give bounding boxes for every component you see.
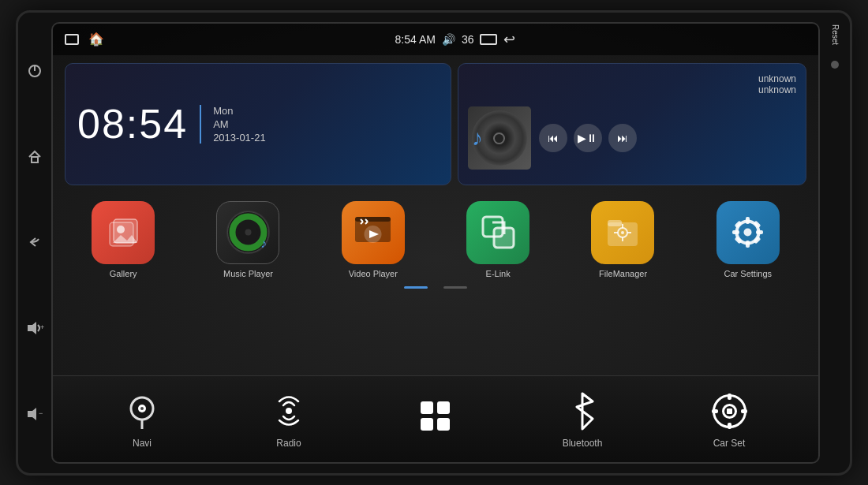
status-bar: 🏠 8:54 AM 🔊 36 ↩ (53, 24, 818, 55)
status-left: 🏠 (65, 32, 104, 47)
volume-down-button[interactable]: − (24, 403, 46, 425)
svg-text:+: + (40, 324, 44, 332)
play-pause-button[interactable]: ▶⏸ (574, 124, 602, 152)
clock-day: Mon (213, 105, 266, 117)
car-settings-label: Car Settings (724, 269, 773, 278)
nav-home[interactable] (362, 395, 509, 443)
svg-marker-5 (28, 408, 36, 420)
music-player-label: Music Player (223, 269, 273, 278)
svg-rect-35 (746, 217, 750, 224)
nav-bluetooth[interactable]: Bluetooth (509, 390, 656, 449)
svg-point-46 (286, 408, 292, 414)
gallery-label: Gallery (110, 269, 137, 278)
svg-point-13 (245, 229, 251, 236)
current-time: 8:54 AM (395, 33, 436, 46)
bluetooth-label: Bluetooth (563, 438, 603, 449)
svg-rect-26 (608, 220, 622, 226)
car-settings-icon (716, 201, 780, 264)
svg-rect-2 (32, 157, 38, 162)
app-elink[interactable]: E-Link (440, 201, 556, 278)
music-controls: ⏮ ▶⏸ ⏭ (539, 124, 796, 152)
svg-rect-53 (728, 394, 731, 400)
bottom-navigation: Navi Radio (53, 375, 818, 462)
main-content: 08:54 Mon AM 2013-01-21 unknown unknown (53, 55, 818, 462)
volume-level: 36 (462, 33, 474, 46)
clock-period: AM (213, 118, 266, 130)
video-player-label: Video Player (349, 269, 398, 278)
navi-label: Navi (133, 438, 152, 449)
app-music-player[interactable]: ♪ Music Player (189, 201, 306, 278)
music-note-icon: ♪ (472, 125, 483, 151)
nav-car-set[interactable]: Car Set (656, 390, 803, 449)
svg-point-28 (621, 231, 624, 234)
apps-grid: Gallery ♪ (65, 197, 806, 282)
gallery-icon (92, 201, 155, 264)
app-video-player[interactable]: Video Player (315, 201, 432, 278)
nav-radio[interactable]: Radio (215, 390, 362, 449)
rewind-button[interactable]: ⏮ (539, 124, 567, 152)
screen-icon (480, 34, 497, 45)
music-info: unknown unknown (468, 73, 796, 95)
music-widget: unknown unknown ♪ ⏮ (458, 63, 806, 185)
apps-grid-icon (414, 395, 458, 438)
page-indicator (65, 282, 806, 293)
video-player-icon (342, 201, 405, 264)
svg-rect-15 (355, 217, 391, 222)
clock-details: Mon AM 2013-01-21 (200, 105, 266, 144)
svg-rect-55 (712, 409, 718, 413)
app-gallery[interactable]: Gallery (65, 201, 181, 278)
app-file-manager[interactable]: FileManager (564, 201, 681, 278)
svg-rect-54 (728, 423, 731, 429)
nav-navi[interactable]: Navi (69, 390, 215, 449)
volume-icon: 🔊 (442, 33, 455, 46)
radio-icon (268, 390, 311, 433)
car-set-icon (708, 390, 751, 433)
clock-date: 2013-01-21 (213, 132, 266, 144)
bluetooth-icon (561, 390, 604, 433)
svg-rect-47 (421, 401, 433, 414)
car-set-label: Car Set (713, 438, 746, 449)
recents-icon[interactable] (65, 34, 79, 45)
main-screen: 🏠 8:54 AM 🔊 36 ↩ 08:54 Mon (51, 22, 820, 464)
music-player-icon: ♪ (216, 201, 279, 264)
left-side-buttons: + − (18, 13, 51, 473)
music-track: unknown (468, 73, 796, 84)
file-manager-icon (591, 201, 654, 264)
clock-widget: 08:54 Mon AM 2013-01-21 (65, 63, 451, 185)
svg-rect-49 (421, 418, 433, 431)
app-car-settings[interactable]: Car Settings (690, 201, 806, 278)
svg-marker-3 (28, 322, 36, 334)
svg-rect-56 (741, 409, 747, 413)
clock-time-display: 08:54 (77, 100, 188, 147)
music-bottom: ♪ ⏮ ▶⏸ ⏭ (468, 102, 796, 175)
apps-section: Gallery ♪ (53, 193, 818, 375)
svg-rect-37 (732, 230, 739, 234)
elink-icon (466, 201, 529, 264)
album-art: ♪ (468, 106, 531, 170)
svg-point-34 (744, 229, 752, 237)
svg-text:−: − (39, 409, 43, 417)
right-side-buttons: Reset (820, 13, 850, 473)
home-status-icon[interactable]: 🏠 (88, 32, 104, 47)
navi-icon (121, 390, 164, 433)
music-vinyl-icon: ♪ (226, 211, 270, 254)
svg-point-9 (117, 226, 125, 233)
svg-rect-50 (437, 418, 450, 431)
svg-point-45 (140, 407, 144, 410)
back-arrow-icon[interactable]: ↩ (503, 31, 515, 48)
power-button[interactable] (24, 60, 46, 82)
music-artist: unknown (468, 84, 796, 95)
page-dot-1[interactable] (404, 286, 428, 289)
music-playback-buttons: ⏮ ▶⏸ ⏭ (539, 124, 796, 152)
volume-up-button[interactable]: + (24, 317, 46, 339)
back-side-button[interactable] (24, 231, 46, 253)
reset-button[interactable]: Reset (831, 24, 840, 45)
page-dot-2[interactable] (443, 286, 467, 289)
mic-button[interactable] (831, 61, 839, 69)
svg-rect-57 (727, 409, 732, 414)
widgets-row: 08:54 Mon AM 2013-01-21 unknown unknown (53, 55, 818, 193)
car-head-unit: + − 🏠 8:54 AM 🔊 36 ↩ (16, 10, 852, 476)
svg-rect-36 (746, 241, 750, 248)
fast-forward-button[interactable]: ⏭ (608, 124, 637, 152)
home-side-button[interactable] (24, 146, 46, 168)
